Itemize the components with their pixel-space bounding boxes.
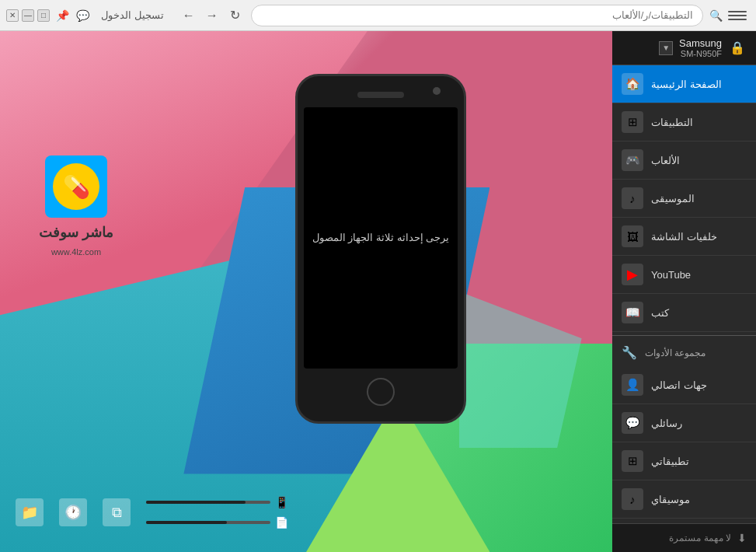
sidebar-item-mymusic[interactable]: موسيقاي ♪ bbox=[612, 480, 756, 519]
nav-section: الصفحة الرئيسية 🏠 التطبيقات ⊞ الألعاب 🎮 … bbox=[612, 65, 756, 523]
music-icon: ♪ bbox=[622, 187, 643, 209]
minimize-button[interactable]: — bbox=[22, 9, 34, 22]
folder-icon[interactable]: 📁 bbox=[16, 498, 44, 526]
phone-camera bbox=[433, 87, 441, 95]
sliders: 📱 📄 bbox=[146, 496, 288, 529]
sidebar-item-contacts-label: جهات اتصالي bbox=[651, 379, 707, 391]
section-divider bbox=[612, 335, 756, 336]
home-icon: 🏠 bbox=[622, 73, 643, 95]
phone-screen: يرجى إحداثه ثلاثة الجهاز المصول bbox=[304, 107, 458, 369]
phone-speaker bbox=[357, 92, 404, 98]
sidebar-item-messages[interactable]: رسائلي 💬 bbox=[612, 404, 756, 442]
device-model: SM-N950F bbox=[681, 49, 722, 58]
sidebar-item-wallpaper-label: خلفيات الشاشة bbox=[651, 231, 717, 243]
slider-1-icon: 📱 bbox=[275, 496, 288, 508]
brand-name: ماشر سوفت bbox=[39, 224, 113, 241]
sidebar-item-books-label: كتب bbox=[651, 307, 669, 319]
sidebar-header: ▼ Samsung SM-N950F 🔒 bbox=[612, 31, 756, 65]
games-icon: 🎮 bbox=[622, 149, 643, 171]
books-icon: 📖 bbox=[622, 302, 643, 323]
logo-area: 💊 ماشر سوفت www.4lz.com bbox=[39, 155, 113, 257]
slider-track-1[interactable] bbox=[146, 501, 270, 504]
history-icon[interactable]: 🕐 bbox=[59, 498, 87, 526]
tools-section-header: مجموعة الأدوات 🔧 bbox=[612, 339, 756, 366]
window-controls: ✕ — □ bbox=[6, 9, 50, 22]
sidebar-item-games[interactable]: الألعاب 🎮 bbox=[612, 141, 756, 180]
brand-url: www.4lz.com bbox=[51, 247, 101, 257]
sidebar-item-books[interactable]: كتب 📖 bbox=[612, 294, 756, 332]
logo-box: 💊 bbox=[45, 155, 107, 218]
sidebar-dropdown-button[interactable]: ▼ bbox=[659, 41, 673, 55]
youtube-icon: ▶ bbox=[622, 264, 643, 285]
sidebar-item-music[interactable]: الموسيقى ♪ bbox=[612, 180, 756, 218]
footer-download-icon[interactable]: ⬇ bbox=[737, 532, 747, 544]
lock-icon: 🔒 bbox=[728, 39, 747, 58]
refresh-button[interactable]: ↻ bbox=[225, 5, 246, 26]
myapps-icon: ⊞ bbox=[622, 450, 643, 472]
footer-status-text: لا مهمة مستمرة bbox=[669, 533, 731, 543]
contacts-icon: 👤 bbox=[622, 374, 643, 396]
sidebar-item-youtube-label: YouTube bbox=[651, 269, 691, 281]
device-name: Samsung bbox=[679, 37, 722, 49]
copy-icon[interactable]: ⧉ bbox=[103, 498, 131, 526]
sidebar-item-apps-label: التطبيقات bbox=[651, 117, 693, 128]
device-info: Samsung SM-N950F bbox=[679, 37, 722, 58]
content-area: 💊 ماشر سوفت www.4lz.com 📁 🕐 ⧉ 📱 bbox=[0, 31, 612, 552]
close-button[interactable]: ✕ bbox=[6, 9, 19, 22]
phone-outer: يرجى إحداثه ثلاثة الجهاز المصول bbox=[295, 74, 466, 424]
sign-in-button[interactable]: تسجيل الدخول bbox=[95, 6, 170, 24]
sidebar-item-messages-label: رسائلي bbox=[651, 417, 682, 429]
sidebar-item-contacts[interactable]: جهات اتصالي 👤 bbox=[612, 366, 756, 404]
sidebar-footer: لا مهمة مستمرة ⬇ bbox=[612, 523, 756, 552]
tools-section-label: مجموعة الأدوات bbox=[645, 348, 705, 358]
nav-arrows: ← → ↻ bbox=[178, 5, 246, 26]
url-bar[interactable] bbox=[251, 5, 703, 26]
search-icon[interactable]: 🔍 bbox=[708, 8, 723, 23]
pin-icon[interactable]: 📌 bbox=[54, 8, 70, 23]
sidebar-item-myapps[interactable]: تطبيقاتي ⊞ bbox=[612, 442, 756, 480]
messages-icon: 💬 bbox=[622, 412, 643, 434]
sidebar-item-wallpaper[interactable]: خلفيات الشاشة 🖼 bbox=[612, 218, 756, 256]
slider-row-2: 📄 bbox=[146, 516, 288, 529]
forward-button[interactable]: → bbox=[201, 5, 223, 26]
bottom-controls: 📁 🕐 ⧉ 📱 📄 bbox=[16, 496, 288, 529]
wallpaper-icon: 🖼 bbox=[622, 225, 643, 247]
sidebar-item-mymusic-label: موسيقاي bbox=[651, 494, 690, 505]
sidebar-item-youtube[interactable]: YouTube ▶ bbox=[612, 256, 756, 294]
sidebar-item-myapps-label: تطبيقاتي bbox=[651, 456, 689, 467]
sidebar-item-home-label: الصفحة الرئيسية bbox=[651, 79, 722, 90]
maximize-button[interactable]: □ bbox=[37, 9, 50, 22]
top-bar: ✕ — □ 📌 💬 تسجيل الدخول ← → ↻ 🔍 bbox=[0, 0, 756, 31]
sidebar-item-games-label: الألعاب bbox=[651, 155, 680, 166]
phone-screen-text: يرجى إحداثه ثلاثة الجهاز المصول bbox=[305, 222, 457, 254]
logo-inner: 💊 bbox=[53, 163, 99, 210]
sidebar-item-home[interactable]: الصفحة الرئيسية 🏠 bbox=[612, 65, 756, 103]
slider-2-icon: 📄 bbox=[275, 516, 288, 529]
back-button[interactable]: ← bbox=[178, 5, 200, 26]
menu-button[interactable] bbox=[728, 6, 747, 25]
chat-icon[interactable]: 💬 bbox=[75, 8, 90, 23]
main-layout: 💊 ماشر سوفت www.4lz.com 📁 🕐 ⧉ 📱 bbox=[0, 31, 756, 552]
sidebar-item-music-label: الموسيقى bbox=[651, 193, 695, 204]
slider-row-1: 📱 bbox=[146, 496, 288, 508]
mymusic-icon: ♪ bbox=[622, 488, 643, 510]
tools-section-icon: 🔧 bbox=[622, 345, 637, 360]
phone-home-button[interactable] bbox=[367, 378, 395, 406]
apps-icon: ⊞ bbox=[622, 111, 643, 133]
slider-track-2[interactable] bbox=[146, 521, 270, 524]
phone-mockup: يرجى إحداثه ثلاثة الجهاز المصول bbox=[295, 74, 466, 424]
sidebar-item-apps[interactable]: التطبيقات ⊞ bbox=[612, 103, 756, 141]
sidebar: ▼ Samsung SM-N950F 🔒 الصفحة الرئيسية 🏠 ا… bbox=[612, 31, 756, 552]
